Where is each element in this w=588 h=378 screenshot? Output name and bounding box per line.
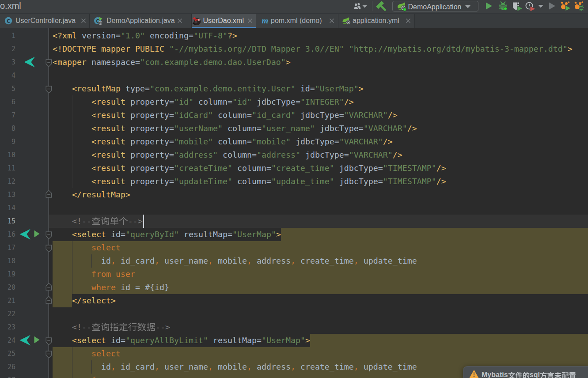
- code-line-19: from user: [53, 268, 135, 281]
- code-line-17: select: [53, 241, 121, 254]
- code-line-20: where id = #{id}: [53, 281, 169, 294]
- fold-end-marker[interactable]: [46, 296, 52, 304]
- cjk-text: [540, 372, 576, 378]
- code-line-1: <?xml version="1.0" encoding="UTF-8"?>: [53, 29, 237, 42]
- close-tab-icon[interactable]: [406, 18, 411, 23]
- line-number: 19: [0, 268, 15, 281]
- line-number: 17: [0, 241, 15, 254]
- line-number: 9: [0, 135, 15, 148]
- jprofiler-debug-button[interactable]: [574, 1, 585, 11]
- fold-start-marker[interactable]: [46, 351, 52, 359]
- line-number: 4: [0, 69, 15, 82]
- java-main-class-icon: C: [94, 16, 103, 25]
- run-statement-icon[interactable]: [34, 230, 40, 238]
- ide-window: o.xml: [0, 0, 588, 378]
- line-number: 15: [0, 215, 15, 228]
- tab-DemoApplication.java[interactable]: CDemoApplication.java: [90, 14, 191, 28]
- profiler-chevron-icon[interactable]: [538, 5, 543, 8]
- run-statement-icon[interactable]: [34, 336, 40, 344]
- java-class-icon: C: [4, 16, 13, 25]
- jprofiler-run-button[interactable]: [560, 1, 572, 11]
- code-line-18: id, id_card, user_name, mobile, address,…: [53, 254, 417, 268]
- tab-separator: [191, 14, 192, 28]
- cjk-text: [91, 322, 156, 332]
- code-line-7: <result property="idCard" column="id_car…: [53, 109, 398, 122]
- code-line-13: </resultMap>: [53, 188, 130, 201]
- fold-start-marker[interactable]: [46, 86, 52, 94]
- maven-icon: m: [261, 16, 269, 25]
- mybatis-nav-arrow-icon[interactable]: [19, 335, 30, 346]
- tab-separator: [414, 14, 415, 28]
- gutter-fold-line: [48, 28, 49, 378]
- code-line-26: id, id_card, user_name, mobile, address,…: [53, 360, 417, 374]
- debug-button[interactable]: [498, 1, 508, 11]
- fold-start-marker[interactable]: [46, 337, 52, 345]
- svg-text:m: m: [262, 16, 269, 25]
- close-tab-icon[interactable]: [329, 18, 334, 23]
- notification-text: Mybatissql: [482, 371, 576, 378]
- chevron-down-icon[interactable]: [362, 5, 367, 8]
- run-button[interactable]: [486, 2, 493, 10]
- tab-application.yml[interactable]: application.yml: [338, 14, 414, 28]
- tab-label: UserController.java: [15, 17, 76, 25]
- code-line-16: <select id="queryById" resultMap="UserMa…: [53, 228, 281, 241]
- line-number: 24: [0, 334, 15, 347]
- line-number: 22: [0, 307, 15, 321]
- editor-tab-bar: CUserController.javaCDemoApplication.jav…: [0, 14, 588, 28]
- tab-separator: [338, 14, 338, 28]
- run-config-selector[interactable]: DemoApplication: [392, 1, 478, 11]
- line-number: 18: [0, 254, 15, 268]
- code-line-5: <resultMap type="com.example.demo.entity…: [53, 82, 364, 95]
- code-line-24: <select id="queryAllByLimit" resultMap="…: [53, 334, 310, 347]
- tab-UserController.java[interactable]: CUserController.java: [0, 14, 89, 28]
- code-line-27: from user: [53, 374, 135, 378]
- code-line-8: <result property="userName" column="user…: [53, 122, 417, 135]
- cjk-text: [91, 216, 128, 226]
- line-number: 10: [0, 148, 15, 162]
- code-line-21: </select>: [53, 294, 116, 307]
- build-hammer-icon[interactable]: [375, 1, 387, 11]
- close-tab-icon[interactable]: [247, 18, 253, 23]
- tab-label: pom.xml (demo): [271, 17, 322, 25]
- spring-config-icon: [342, 16, 351, 25]
- svg-text:C: C: [7, 18, 10, 24]
- line-number: 11: [0, 162, 15, 175]
- fold-start-marker[interactable]: [46, 245, 52, 253]
- line-number: 13: [0, 188, 15, 201]
- run-config-name: DemoApplication: [408, 3, 462, 11]
- line-number: 27: [0, 374, 15, 378]
- fold-end-marker[interactable]: [46, 283, 52, 291]
- line-number: 2: [0, 42, 15, 56]
- close-tab-icon[interactable]: [81, 18, 86, 23]
- code-line-6: <result property="id" column="id" jdbcTy…: [53, 95, 354, 109]
- window-title: o.xml: [0, 1, 21, 11]
- line-number: 26: [0, 360, 15, 374]
- text-caret: [143, 215, 144, 228]
- notification-balloon[interactable]: Mybatissql: [463, 366, 588, 378]
- tab-pom.xml (demo)[interactable]: mpom.xml (demo): [256, 14, 338, 28]
- tab-label: application.yml: [353, 17, 399, 25]
- code-line-25: select: [53, 347, 121, 360]
- line-number: 5: [0, 82, 15, 95]
- line-number: 3: [0, 56, 15, 69]
- mybatis-nav-arrow-icon[interactable]: [19, 229, 30, 240]
- code-line-9: <result property="mobile" column="mobile…: [53, 135, 393, 148]
- fold-start-marker[interactable]: [46, 231, 52, 239]
- coverage-button[interactable]: [512, 2, 523, 11]
- run-config-chevron-icon: [465, 5, 470, 8]
- fold-end-marker[interactable]: [46, 190, 52, 198]
- toolbar-separator: [372, 1, 372, 11]
- close-tab-icon[interactable]: [177, 18, 182, 23]
- warning-icon: [469, 370, 479, 378]
- profiler-button[interactable]: [525, 2, 536, 11]
- mybatis-nav-arrow-icon[interactable]: [24, 57, 35, 68]
- line-number: 7: [0, 109, 15, 122]
- tab-label: UserDao.xml: [203, 17, 244, 25]
- fold-start-marker[interactable]: [46, 59, 52, 67]
- code-line-15: <!---->: [53, 215, 143, 228]
- editor-pane[interactable]: 1<?xml version="1.0" encoding="UTF-8"?>2…: [0, 28, 588, 378]
- code-line-2: <!DOCTYPE mapper PUBLIC "-//mybatis.org/…: [53, 42, 573, 56]
- tab-UserDao.xml[interactable]: UserDao.xml: [191, 14, 256, 28]
- mybatis-bird-icon: [192, 16, 201, 25]
- users-icon[interactable]: [353, 2, 361, 10]
